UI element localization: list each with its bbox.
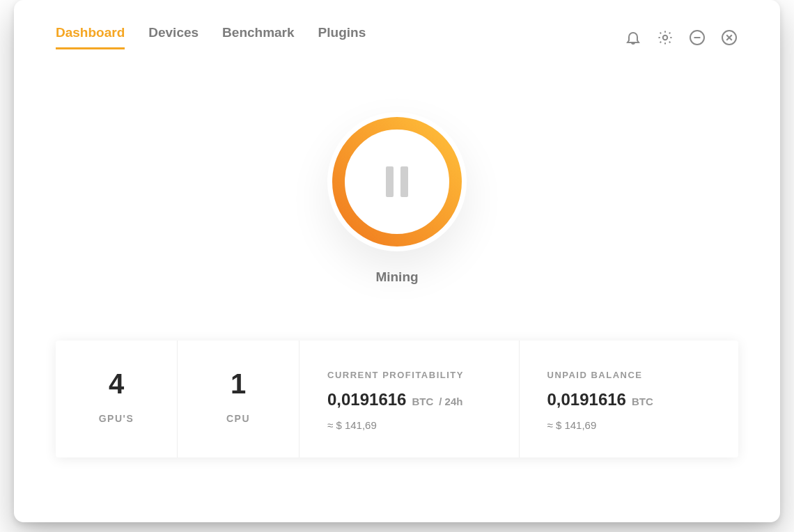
- svg-point-0: [663, 35, 667, 39]
- close-button[interactable]: [720, 29, 738, 47]
- gpu-label: GPU'S: [84, 413, 149, 424]
- profitability-approx: ≈ $ 141,69: [327, 419, 491, 431]
- balance-value: 0,0191616: [547, 390, 626, 409]
- app-window: Dashboard Devices Benchmark Plugins: [14, 0, 780, 522]
- mining-toggle-button[interactable]: [327, 112, 467, 251]
- profitability-unit: BTC: [412, 396, 433, 407]
- stat-gpu: 4 GPU'S: [56, 341, 178, 457]
- profitability-per: / 24h: [439, 396, 462, 407]
- balance-title: UNPAID BALANCE: [547, 370, 711, 380]
- balance-value-line: 0,0191616 BTC: [547, 390, 711, 409]
- gpu-count: 4: [84, 370, 149, 398]
- balance-unit: BTC: [632, 396, 653, 407]
- gear-icon: [657, 29, 674, 46]
- stat-profitability: CURRENT PROFITABILITY 0,0191616 BTC / 24…: [299, 341, 520, 457]
- topbar: Dashboard Devices Benchmark Plugins: [14, 0, 780, 49]
- profitability-value-line: 0,0191616 BTC / 24h: [327, 390, 491, 409]
- tab-dashboard[interactable]: Dashboard: [56, 25, 125, 49]
- topbar-icons: [624, 29, 738, 47]
- minimize-button[interactable]: [688, 29, 706, 47]
- stat-balance: UNPAID BALANCE 0,0191616 BTC ≈ $ 141,69: [520, 341, 739, 457]
- mining-control: Mining: [14, 112, 780, 285]
- tab-plugins[interactable]: Plugins: [318, 25, 366, 49]
- cpu-label: CPU: [205, 413, 271, 424]
- settings-button[interactable]: [656, 29, 674, 47]
- cpu-count: 1: [205, 370, 271, 398]
- stats-row: 4 GPU'S 1 CPU CURRENT PROFITABILITY 0,01…: [56, 341, 738, 457]
- close-icon: [721, 29, 738, 46]
- stat-cpu: 1 CPU: [178, 341, 299, 457]
- notifications-button[interactable]: [624, 29, 642, 47]
- tab-bar: Dashboard Devices Benchmark Plugins: [56, 25, 366, 49]
- minimize-icon: [689, 29, 706, 46]
- tab-devices[interactable]: Devices: [148, 25, 198, 49]
- bell-icon: [625, 29, 641, 46]
- profitability-value: 0,0191616: [327, 390, 406, 409]
- balance-approx: ≈ $ 141,69: [547, 419, 711, 431]
- tab-benchmark[interactable]: Benchmark: [222, 25, 295, 49]
- profitability-title: CURRENT PROFITABILITY: [327, 370, 491, 380]
- mining-status-label: Mining: [375, 269, 418, 285]
- pause-icon: [386, 166, 408, 197]
